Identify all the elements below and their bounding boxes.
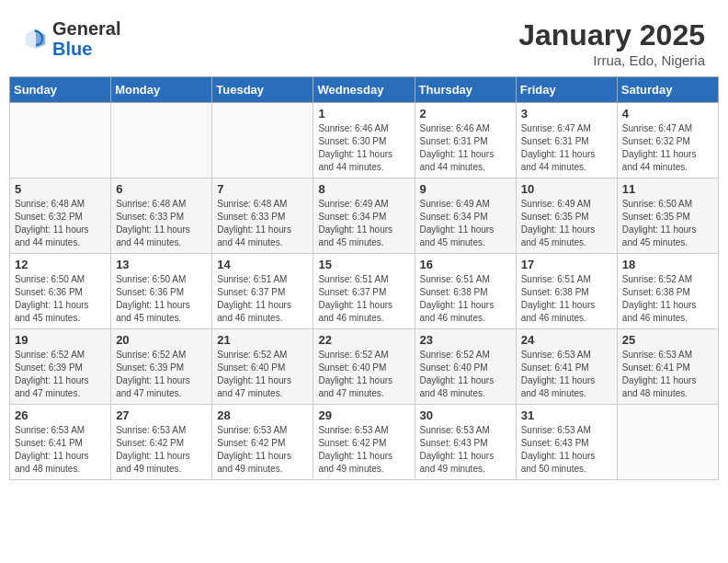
day-number: 11 (622, 182, 713, 196)
day-info: Sunrise: 6:46 AM Sunset: 6:31 PM Dayligh… (420, 122, 511, 174)
day-info: Sunrise: 6:49 AM Sunset: 6:34 PM Dayligh… (420, 198, 511, 249)
day-info: Sunrise: 6:48 AM Sunset: 6:33 PM Dayligh… (116, 198, 207, 249)
day-info: Sunrise: 6:53 AM Sunset: 6:41 PM Dayligh… (15, 424, 106, 476)
day-number: 12 (15, 258, 106, 271)
weekday-header-monday: Monday (111, 77, 212, 103)
calendar-title: January 2025 (518, 18, 705, 52)
day-cell: 30Sunrise: 6:53 AM Sunset: 6:43 PM Dayli… (415, 405, 516, 480)
weekday-header-sunday: Sunday (10, 77, 111, 103)
day-number: 1 (318, 107, 409, 121)
day-number: 8 (318, 182, 409, 196)
day-info: Sunrise: 6:49 AM Sunset: 6:34 PM Dayligh… (318, 198, 409, 249)
day-number: 28 (217, 408, 308, 422)
day-cell: 21Sunrise: 6:52 AM Sunset: 6:40 PM Dayli… (212, 329, 313, 405)
day-number: 27 (116, 408, 207, 422)
day-info: Sunrise: 6:51 AM Sunset: 6:38 PM Dayligh… (420, 273, 511, 325)
day-cell: 12Sunrise: 6:50 AM Sunset: 6:36 PM Dayli… (10, 254, 111, 329)
day-info: Sunrise: 6:53 AM Sunset: 6:43 PM Dayligh… (420, 424, 511, 476)
day-cell: 14Sunrise: 6:51 AM Sunset: 6:37 PM Dayli… (212, 254, 313, 329)
day-cell: 2Sunrise: 6:46 AM Sunset: 6:31 PM Daylig… (415, 103, 516, 178)
title-block: January 2025 Irrua, Edo, Nigeria (518, 18, 705, 68)
weekday-header-row: SundayMondayTuesdayWednesdayThursdayFrid… (10, 77, 719, 103)
day-cell: 13Sunrise: 6:50 AM Sunset: 6:36 PM Dayli… (111, 254, 212, 329)
day-cell: 5Sunrise: 6:48 AM Sunset: 6:32 PM Daylig… (10, 178, 111, 254)
day-number: 7 (217, 182, 308, 196)
day-number: 22 (318, 333, 409, 347)
day-cell: 16Sunrise: 6:51 AM Sunset: 6:38 PM Dayli… (415, 254, 516, 329)
day-info: Sunrise: 6:53 AM Sunset: 6:42 PM Dayligh… (217, 424, 308, 476)
day-info: Sunrise: 6:52 AM Sunset: 6:39 PM Dayligh… (15, 349, 106, 400)
day-number: 31 (521, 408, 612, 422)
day-number: 30 (420, 408, 511, 422)
page-header: General Blue January 2025 Irrua, Edo, Ni… (9, 9, 719, 73)
day-info: Sunrise: 6:50 AM Sunset: 6:36 PM Dayligh… (116, 273, 207, 325)
day-info: Sunrise: 6:53 AM Sunset: 6:42 PM Dayligh… (318, 424, 409, 476)
day-number: 18 (622, 258, 713, 271)
day-info: Sunrise: 6:52 AM Sunset: 6:40 PM Dayligh… (217, 349, 308, 400)
day-cell: 18Sunrise: 6:52 AM Sunset: 6:38 PM Dayli… (617, 254, 718, 329)
logo-icon (23, 26, 49, 52)
day-number: 15 (318, 258, 409, 271)
day-info: Sunrise: 6:50 AM Sunset: 6:35 PM Dayligh… (622, 198, 713, 249)
calendar-table: SundayMondayTuesdayWednesdayThursdayFrid… (9, 76, 719, 480)
week-row-2: 5Sunrise: 6:48 AM Sunset: 6:32 PM Daylig… (10, 178, 719, 254)
day-cell: 11Sunrise: 6:50 AM Sunset: 6:35 PM Dayli… (617, 178, 718, 254)
day-cell: 7Sunrise: 6:48 AM Sunset: 6:33 PM Daylig… (212, 178, 313, 254)
day-info: Sunrise: 6:52 AM Sunset: 6:38 PM Dayligh… (622, 273, 713, 325)
day-cell: 9Sunrise: 6:49 AM Sunset: 6:34 PM Daylig… (415, 178, 516, 254)
logo: General Blue (23, 18, 120, 59)
day-number: 6 (116, 182, 207, 196)
day-cell: 31Sunrise: 6:53 AM Sunset: 6:43 PM Dayli… (516, 405, 617, 480)
day-cell: 25Sunrise: 6:53 AM Sunset: 6:41 PM Dayli… (617, 329, 718, 405)
day-cell: 19Sunrise: 6:52 AM Sunset: 6:39 PM Dayli… (10, 329, 111, 405)
week-row-3: 12Sunrise: 6:50 AM Sunset: 6:36 PM Dayli… (10, 254, 719, 329)
day-cell: 6Sunrise: 6:48 AM Sunset: 6:33 PM Daylig… (111, 178, 212, 254)
day-cell: 1Sunrise: 6:46 AM Sunset: 6:30 PM Daylig… (313, 103, 415, 178)
day-info: Sunrise: 6:51 AM Sunset: 6:37 PM Dayligh… (318, 273, 409, 325)
day-cell: 26Sunrise: 6:53 AM Sunset: 6:41 PM Dayli… (10, 405, 111, 480)
day-number: 4 (622, 107, 713, 121)
day-number: 25 (622, 333, 713, 347)
day-cell: 17Sunrise: 6:51 AM Sunset: 6:38 PM Dayli… (516, 254, 617, 329)
day-info: Sunrise: 6:53 AM Sunset: 6:41 PM Dayligh… (622, 349, 713, 400)
day-info: Sunrise: 6:50 AM Sunset: 6:36 PM Dayligh… (15, 273, 106, 325)
logo-general: General (52, 18, 120, 39)
day-cell: 20Sunrise: 6:52 AM Sunset: 6:39 PM Dayli… (111, 329, 212, 405)
day-number: 23 (420, 333, 511, 347)
weekday-header-saturday: Saturday (617, 77, 718, 103)
day-cell: 29Sunrise: 6:53 AM Sunset: 6:42 PM Dayli… (313, 405, 415, 480)
day-info: Sunrise: 6:52 AM Sunset: 6:40 PM Dayligh… (420, 349, 511, 400)
day-info: Sunrise: 6:48 AM Sunset: 6:33 PM Dayligh… (217, 198, 308, 249)
day-cell: 15Sunrise: 6:51 AM Sunset: 6:37 PM Dayli… (313, 254, 415, 329)
day-info: Sunrise: 6:53 AM Sunset: 6:41 PM Dayligh… (521, 349, 612, 400)
weekday-header-friday: Friday (516, 77, 617, 103)
day-number: 10 (521, 182, 612, 196)
day-info: Sunrise: 6:47 AM Sunset: 6:32 PM Dayligh… (622, 122, 713, 174)
weekday-header-tuesday: Tuesday (212, 77, 313, 103)
day-cell: 3Sunrise: 6:47 AM Sunset: 6:31 PM Daylig… (516, 103, 617, 178)
day-cell: 4Sunrise: 6:47 AM Sunset: 6:32 PM Daylig… (617, 103, 718, 178)
day-cell (617, 405, 718, 480)
day-cell: 27Sunrise: 6:53 AM Sunset: 6:42 PM Dayli… (111, 405, 212, 480)
day-cell: 28Sunrise: 6:53 AM Sunset: 6:42 PM Dayli… (212, 405, 313, 480)
day-cell: 24Sunrise: 6:53 AM Sunset: 6:41 PM Dayli… (516, 329, 617, 405)
day-info: Sunrise: 6:53 AM Sunset: 6:43 PM Dayligh… (521, 424, 612, 476)
day-number: 13 (116, 258, 207, 271)
day-info: Sunrise: 6:51 AM Sunset: 6:37 PM Dayligh… (217, 273, 308, 325)
week-row-4: 19Sunrise: 6:52 AM Sunset: 6:39 PM Dayli… (10, 329, 719, 405)
day-info: Sunrise: 6:48 AM Sunset: 6:32 PM Dayligh… (15, 198, 106, 249)
day-number: 9 (420, 182, 511, 196)
week-row-5: 26Sunrise: 6:53 AM Sunset: 6:41 PM Dayli… (10, 405, 719, 480)
day-number: 29 (318, 408, 409, 422)
day-number: 16 (420, 258, 511, 271)
day-number: 3 (521, 107, 612, 121)
day-number: 2 (420, 107, 511, 121)
day-info: Sunrise: 6:47 AM Sunset: 6:31 PM Dayligh… (521, 122, 612, 174)
day-info: Sunrise: 6:49 AM Sunset: 6:35 PM Dayligh… (521, 198, 612, 249)
day-info: Sunrise: 6:53 AM Sunset: 6:42 PM Dayligh… (116, 424, 207, 476)
weekday-header-thursday: Thursday (415, 77, 516, 103)
day-cell (212, 103, 313, 178)
day-info: Sunrise: 6:52 AM Sunset: 6:40 PM Dayligh… (318, 349, 409, 400)
weekday-header-wednesday: Wednesday (313, 77, 415, 103)
day-cell (10, 103, 111, 178)
